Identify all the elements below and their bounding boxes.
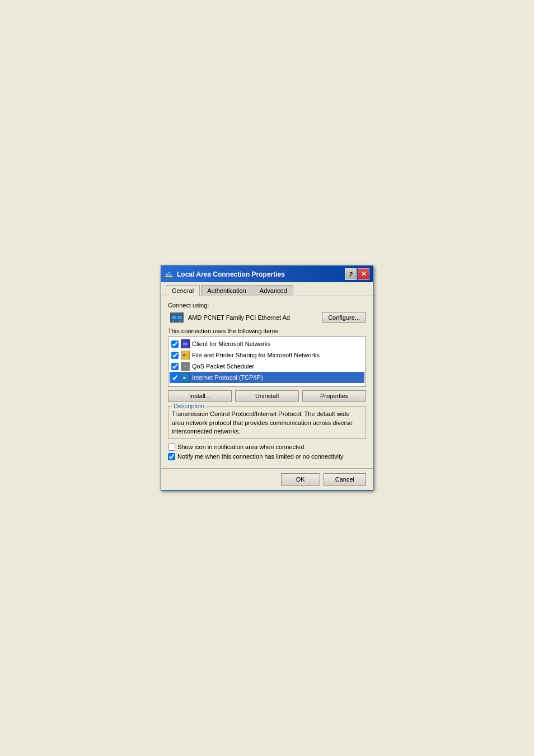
local-area-connection-dialog: + Local Area Connection Properties ? ✕ G… [161,265,373,490]
close-button[interactable]: ✕ [358,268,369,280]
network-icon [181,339,190,348]
properties-button[interactable]: Properties [302,390,366,402]
dialog-title: Local Area Connection Properties [177,270,285,278]
show-icon-row: Show icon in notification area when conn… [168,444,366,451]
item-checkbox-3[interactable] [171,374,179,381]
svg-rect-9 [180,320,181,322]
notify-label: Notify me when this connection has limit… [177,453,344,460]
item-checkbox-2[interactable] [171,363,179,370]
tab-general[interactable]: General [166,285,200,296]
items-label: This connection uses the following items… [168,328,366,334]
tab-authentication[interactable]: Authentication [201,285,252,296]
folder-icon [181,351,190,360]
list-item[interactable]: QoS Packet Scheduler [170,361,364,372]
item-checkbox-1[interactable] [171,352,179,359]
svg-rect-6 [172,316,176,319]
svg-rect-17 [185,368,186,370]
svg-rect-3 [165,276,173,277]
svg-text:+: + [166,273,167,276]
cancel-button[interactable]: Cancel [324,473,366,486]
svg-rect-13 [183,354,185,356]
action-buttons-row: Install... Uninstall Properties [168,390,366,402]
uninstall-button[interactable]: Uninstall [235,390,299,402]
item-checkbox-0[interactable] [171,340,179,348]
svg-rect-16 [185,363,186,365]
help-button[interactable]: ? [345,268,357,280]
tab-content: Connect using: AMD PCNET Family PCI Ethe… [161,296,373,468]
svg-text:IP: IP [183,376,186,380]
svg-rect-18 [181,366,183,367]
list-item[interactable]: File and Printer Sharing for Microsoft N… [170,349,364,361]
description-legend: Description [172,403,206,409]
install-button[interactable]: Install... [168,390,232,402]
svg-rect-12 [184,346,186,347]
show-icon-label: Show icon in notification area when conn… [177,444,304,450]
svg-rect-8 [173,320,174,322]
item-label-2: QoS Packet Scheduler [192,363,254,370]
footer-buttons: OK Cancel [161,468,373,490]
list-item-selected[interactable]: IP Internet Protocol (TCP/IP) [170,372,364,383]
svg-rect-7 [177,316,182,319]
description-text: Transmission Control Protocol/Internet P… [172,409,362,436]
notify-row: Notify me when this connection has limit… [168,453,366,460]
show-icon-checkbox[interactable] [168,444,175,451]
adapter-icon [170,312,184,323]
item-label-3: Internet Protocol (TCP/IP) [192,374,263,381]
configure-button[interactable]: Configure... [322,312,366,323]
adapter-name: AMD PCNET Family PCI Ethernet Ad [188,314,317,321]
description-group: Description Transmission Control Protoco… [168,406,366,438]
title-bar-left: + Local Area Connection Properties [165,270,285,279]
tab-bar: General Authentication Advanced [161,282,373,296]
svg-rect-19 [188,366,190,367]
protocol-icon: IP [181,373,190,382]
gear-icon [181,362,190,371]
title-bar-buttons: ? ✕ [345,268,369,280]
title-bar: + Local Area Connection Properties ? ✕ [161,266,373,282]
items-list: Client for Microsoft Networks File and P… [168,337,366,387]
network-connection-icon: + [165,270,174,279]
ok-button[interactable]: OK [281,473,320,486]
notify-checkbox[interactable] [168,453,175,460]
item-label-1: File and Printer Sharing for Microsoft N… [192,352,320,358]
item-label-0: Client for Microsoft Networks [192,340,271,347]
adapter-row: AMD PCNET Family PCI Ethernet Ad Configu… [170,312,366,323]
tab-advanced[interactable]: Advanced [254,285,293,296]
connect-using-label: Connect using: [168,302,366,309]
svg-point-15 [185,366,186,367]
list-item[interactable]: Client for Microsoft Networks [170,338,364,349]
svg-rect-11 [183,343,188,345]
